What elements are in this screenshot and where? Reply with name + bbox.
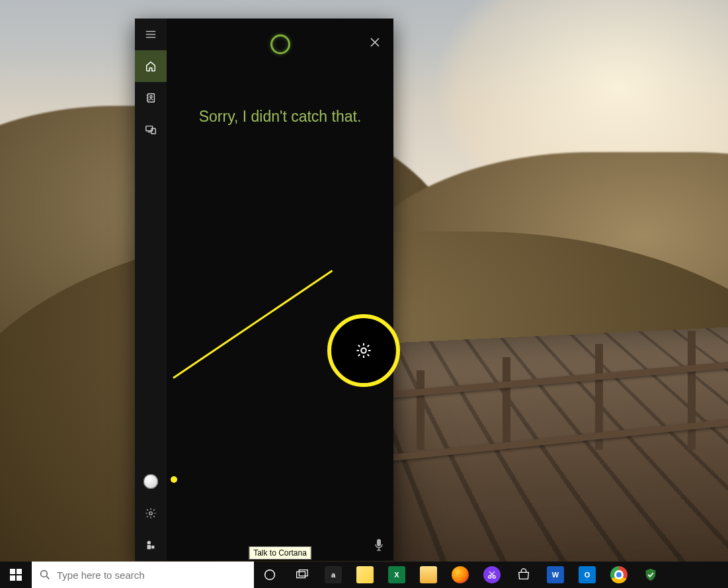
taskbar-app-chrome[interactable]: [603, 562, 635, 588]
svg-rect-29: [299, 570, 307, 576]
file-explorer-icon: [420, 566, 437, 583]
excel-icon: X: [388, 566, 405, 583]
sidebar-feedback-button[interactable]: [135, 529, 167, 561]
close-button[interactable]: [367, 34, 383, 50]
taskbar: a X W O: [0, 562, 728, 588]
hamburger-menu-button[interactable]: [135, 19, 167, 50]
cortana-main: Sorry, I didn't catch that. Talk to Cort…: [167, 19, 393, 561]
taskbar-app-snip[interactable]: [476, 562, 508, 588]
taskbar-app-store[interactable]: [508, 562, 540, 588]
taskbar-app-excel[interactable]: X: [381, 562, 413, 588]
sidebar-user-button[interactable]: [135, 466, 167, 497]
snip-icon: [483, 566, 501, 583]
tooltip: Talk to Cortana: [249, 546, 311, 560]
store-icon: [515, 566, 532, 583]
desktop-wallpaper: Sorry, I didn't catch that. Talk to Cort…: [0, 0, 728, 588]
user-avatar-icon: [143, 474, 158, 489]
svg-rect-22: [17, 569, 22, 574]
sidebar-settings-button[interactable]: [135, 497, 167, 529]
cortana-message: Sorry, I didn't catch that.: [177, 108, 383, 126]
svg-rect-13: [147, 545, 151, 549]
taskbar-app-file-explorer[interactable]: [413, 562, 444, 588]
taskbar-app-amazon[interactable]: a: [317, 562, 349, 588]
svg-point-25: [41, 571, 48, 577]
svg-point-12: [147, 541, 151, 544]
taskbar-app-word[interactable]: W: [540, 562, 571, 588]
microphone-button[interactable]: [374, 538, 384, 554]
cortana-panel: Sorry, I didn't catch that. Talk to Cort…: [135, 19, 393, 561]
taskbar-search[interactable]: [32, 562, 254, 588]
svg-rect-28: [297, 571, 305, 577]
start-button[interactable]: [0, 562, 32, 588]
svg-point-11: [149, 512, 153, 515]
svg-rect-17: [377, 539, 381, 546]
shield-icon: [642, 566, 659, 583]
firefox-icon: [452, 566, 469, 583]
taskbar-app-security[interactable]: [635, 562, 667, 588]
search-icon: [40, 569, 50, 580]
sidebar-devices-button[interactable]: [135, 114, 167, 146]
taskbar-app-outlook[interactable]: O: [571, 562, 603, 588]
taskbar-cortana-button[interactable]: [254, 562, 286, 588]
taskbar-search-input[interactable]: [57, 569, 246, 581]
taskbar-app-firefox[interactable]: [444, 562, 476, 588]
cortana-ring-icon: [270, 34, 290, 54]
svg-point-27: [265, 570, 275, 580]
word-icon: W: [547, 566, 564, 583]
svg-rect-24: [17, 575, 22, 581]
svg-rect-23: [10, 575, 15, 581]
taskbar-app-notepad[interactable]: [349, 562, 381, 588]
svg-rect-14: [151, 546, 155, 549]
notepad-icon: [356, 566, 374, 583]
sidebar-notebook-button[interactable]: [135, 82, 167, 114]
sidebar-home-button[interactable]: [135, 50, 167, 82]
svg-line-26: [46, 576, 49, 579]
svg-rect-21: [10, 569, 15, 574]
svg-point-7: [150, 96, 152, 98]
outlook-icon: O: [579, 566, 596, 583]
chrome-icon: [610, 566, 627, 583]
amazon-icon: a: [325, 566, 342, 583]
cortana-sidebar: [135, 19, 167, 561]
task-view-button[interactable]: [286, 562, 317, 588]
